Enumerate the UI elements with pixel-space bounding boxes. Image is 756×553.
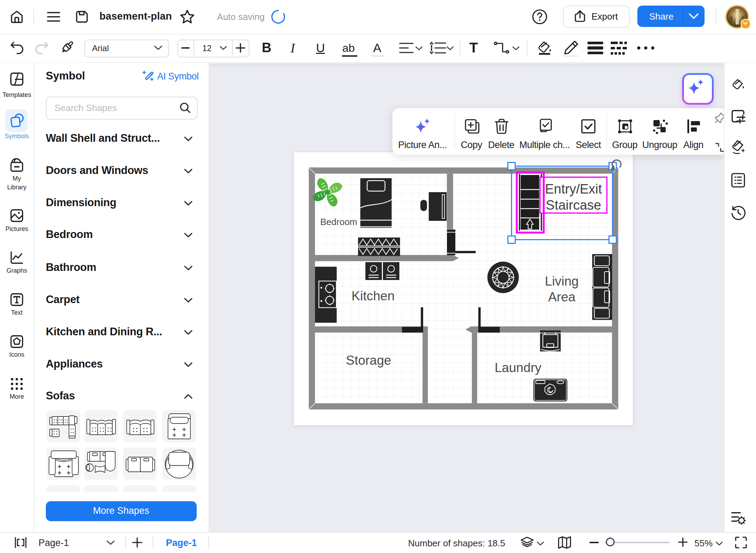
svg-text:Storage: Storage (346, 353, 391, 368)
svg-text:Kitchen: Kitchen (351, 289, 394, 303)
svg-text:Laundry: Laundry (495, 360, 541, 375)
svg-text:Area: Area (548, 290, 576, 304)
svg-text:Staircase: Staircase (546, 198, 601, 212)
svg-text:Bedroom: Bedroom (320, 217, 357, 227)
svg-text:Living: Living (545, 274, 579, 288)
svg-text:Entry/Exit: Entry/Exit (545, 182, 602, 196)
